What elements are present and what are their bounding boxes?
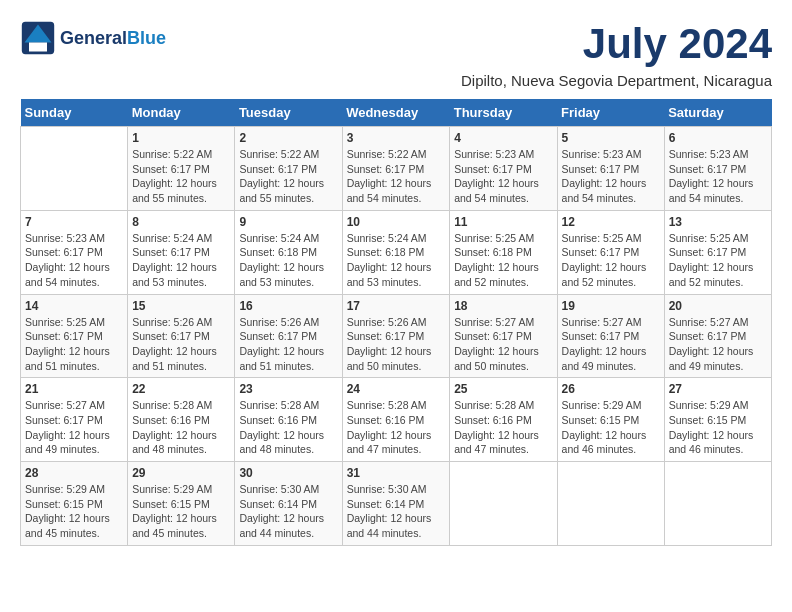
calendar-cell: 14Sunrise: 5:25 AM Sunset: 6:17 PM Dayli…	[21, 294, 128, 378]
calendar-cell: 4Sunrise: 5:23 AM Sunset: 6:17 PM Daylig…	[450, 127, 557, 211]
day-info: Sunrise: 5:23 AM Sunset: 6:17 PM Dayligh…	[562, 147, 660, 206]
day-number: 26	[562, 382, 660, 396]
header-day-friday: Friday	[557, 99, 664, 127]
calendar-cell: 22Sunrise: 5:28 AM Sunset: 6:16 PM Dayli…	[128, 378, 235, 462]
day-info: Sunrise: 5:24 AM Sunset: 6:18 PM Dayligh…	[347, 231, 446, 290]
day-number: 31	[347, 466, 446, 480]
calendar-week-row: 21Sunrise: 5:27 AM Sunset: 6:17 PM Dayli…	[21, 378, 772, 462]
day-number: 15	[132, 299, 230, 313]
calendar-cell: 18Sunrise: 5:27 AM Sunset: 6:17 PM Dayli…	[450, 294, 557, 378]
day-info: Sunrise: 5:22 AM Sunset: 6:17 PM Dayligh…	[347, 147, 446, 206]
header-day-monday: Monday	[128, 99, 235, 127]
calendar-cell: 25Sunrise: 5:28 AM Sunset: 6:16 PM Dayli…	[450, 378, 557, 462]
svg-rect-2	[29, 43, 47, 52]
calendar-cell: 6Sunrise: 5:23 AM Sunset: 6:17 PM Daylig…	[664, 127, 771, 211]
day-info: Sunrise: 5:25 AM Sunset: 6:17 PM Dayligh…	[669, 231, 767, 290]
calendar-cell: 9Sunrise: 5:24 AM Sunset: 6:18 PM Daylig…	[235, 210, 342, 294]
day-info: Sunrise: 5:26 AM Sunset: 6:17 PM Dayligh…	[239, 315, 337, 374]
day-number: 28	[25, 466, 123, 480]
day-info: Sunrise: 5:26 AM Sunset: 6:17 PM Dayligh…	[347, 315, 446, 374]
calendar-body: 1Sunrise: 5:22 AM Sunset: 6:17 PM Daylig…	[21, 127, 772, 546]
header-day-tuesday: Tuesday	[235, 99, 342, 127]
day-number: 6	[669, 131, 767, 145]
header-day-wednesday: Wednesday	[342, 99, 450, 127]
calendar-cell: 3Sunrise: 5:22 AM Sunset: 6:17 PM Daylig…	[342, 127, 450, 211]
calendar-cell	[450, 462, 557, 546]
day-number: 22	[132, 382, 230, 396]
day-info: Sunrise: 5:25 AM Sunset: 6:18 PM Dayligh…	[454, 231, 552, 290]
day-number: 20	[669, 299, 767, 313]
logo-icon	[20, 20, 56, 56]
calendar-cell: 2Sunrise: 5:22 AM Sunset: 6:17 PM Daylig…	[235, 127, 342, 211]
calendar-cell: 1Sunrise: 5:22 AM Sunset: 6:17 PM Daylig…	[128, 127, 235, 211]
header-day-thursday: Thursday	[450, 99, 557, 127]
day-info: Sunrise: 5:27 AM Sunset: 6:17 PM Dayligh…	[454, 315, 552, 374]
calendar-week-row: 14Sunrise: 5:25 AM Sunset: 6:17 PM Dayli…	[21, 294, 772, 378]
day-number: 1	[132, 131, 230, 145]
logo: GeneralBlue	[20, 20, 166, 56]
page-header: GeneralBlue July 2024	[20, 20, 772, 68]
day-number: 25	[454, 382, 552, 396]
calendar-cell: 15Sunrise: 5:26 AM Sunset: 6:17 PM Dayli…	[128, 294, 235, 378]
logo-general: General	[60, 28, 127, 48]
day-number: 18	[454, 299, 552, 313]
calendar-cell: 21Sunrise: 5:27 AM Sunset: 6:17 PM Dayli…	[21, 378, 128, 462]
day-number: 8	[132, 215, 230, 229]
calendar-cell: 31Sunrise: 5:30 AM Sunset: 6:14 PM Dayli…	[342, 462, 450, 546]
day-info: Sunrise: 5:23 AM Sunset: 6:17 PM Dayligh…	[25, 231, 123, 290]
day-number: 9	[239, 215, 337, 229]
calendar-cell: 17Sunrise: 5:26 AM Sunset: 6:17 PM Dayli…	[342, 294, 450, 378]
calendar-table: SundayMondayTuesdayWednesdayThursdayFrid…	[20, 99, 772, 546]
header-day-saturday: Saturday	[664, 99, 771, 127]
header-day-sunday: Sunday	[21, 99, 128, 127]
day-number: 4	[454, 131, 552, 145]
day-number: 21	[25, 382, 123, 396]
day-info: Sunrise: 5:28 AM Sunset: 6:16 PM Dayligh…	[347, 398, 446, 457]
location-title: Dipilto, Nueva Segovia Department, Nicar…	[20, 72, 772, 89]
calendar-cell: 29Sunrise: 5:29 AM Sunset: 6:15 PM Dayli…	[128, 462, 235, 546]
day-number: 30	[239, 466, 337, 480]
day-info: Sunrise: 5:27 AM Sunset: 6:17 PM Dayligh…	[25, 398, 123, 457]
day-info: Sunrise: 5:29 AM Sunset: 6:15 PM Dayligh…	[132, 482, 230, 541]
day-info: Sunrise: 5:29 AM Sunset: 6:15 PM Dayligh…	[25, 482, 123, 541]
calendar-header-row: SundayMondayTuesdayWednesdayThursdayFrid…	[21, 99, 772, 127]
calendar-cell: 27Sunrise: 5:29 AM Sunset: 6:15 PM Dayli…	[664, 378, 771, 462]
day-number: 11	[454, 215, 552, 229]
day-number: 7	[25, 215, 123, 229]
day-info: Sunrise: 5:25 AM Sunset: 6:17 PM Dayligh…	[562, 231, 660, 290]
calendar-cell	[21, 127, 128, 211]
day-info: Sunrise: 5:22 AM Sunset: 6:17 PM Dayligh…	[239, 147, 337, 206]
day-info: Sunrise: 5:23 AM Sunset: 6:17 PM Dayligh…	[669, 147, 767, 206]
day-info: Sunrise: 5:28 AM Sunset: 6:16 PM Dayligh…	[454, 398, 552, 457]
day-info: Sunrise: 5:25 AM Sunset: 6:17 PM Dayligh…	[25, 315, 123, 374]
calendar-cell: 11Sunrise: 5:25 AM Sunset: 6:18 PM Dayli…	[450, 210, 557, 294]
calendar-week-row: 1Sunrise: 5:22 AM Sunset: 6:17 PM Daylig…	[21, 127, 772, 211]
calendar-cell: 23Sunrise: 5:28 AM Sunset: 6:16 PM Dayli…	[235, 378, 342, 462]
logo-blue: Blue	[127, 28, 166, 48]
day-number: 29	[132, 466, 230, 480]
day-number: 10	[347, 215, 446, 229]
day-number: 19	[562, 299, 660, 313]
day-number: 16	[239, 299, 337, 313]
day-info: Sunrise: 5:29 AM Sunset: 6:15 PM Dayligh…	[669, 398, 767, 457]
day-number: 27	[669, 382, 767, 396]
day-info: Sunrise: 5:24 AM Sunset: 6:17 PM Dayligh…	[132, 231, 230, 290]
day-info: Sunrise: 5:29 AM Sunset: 6:15 PM Dayligh…	[562, 398, 660, 457]
calendar-cell: 28Sunrise: 5:29 AM Sunset: 6:15 PM Dayli…	[21, 462, 128, 546]
day-info: Sunrise: 5:27 AM Sunset: 6:17 PM Dayligh…	[562, 315, 660, 374]
calendar-week-row: 7Sunrise: 5:23 AM Sunset: 6:17 PM Daylig…	[21, 210, 772, 294]
calendar-week-row: 28Sunrise: 5:29 AM Sunset: 6:15 PM Dayli…	[21, 462, 772, 546]
calendar-cell: 7Sunrise: 5:23 AM Sunset: 6:17 PM Daylig…	[21, 210, 128, 294]
day-info: Sunrise: 5:28 AM Sunset: 6:16 PM Dayligh…	[132, 398, 230, 457]
day-info: Sunrise: 5:22 AM Sunset: 6:17 PM Dayligh…	[132, 147, 230, 206]
calendar-cell: 30Sunrise: 5:30 AM Sunset: 6:14 PM Dayli…	[235, 462, 342, 546]
calendar-cell: 20Sunrise: 5:27 AM Sunset: 6:17 PM Dayli…	[664, 294, 771, 378]
calendar-cell: 13Sunrise: 5:25 AM Sunset: 6:17 PM Dayli…	[664, 210, 771, 294]
calendar-cell: 24Sunrise: 5:28 AM Sunset: 6:16 PM Dayli…	[342, 378, 450, 462]
day-info: Sunrise: 5:30 AM Sunset: 6:14 PM Dayligh…	[347, 482, 446, 541]
day-number: 23	[239, 382, 337, 396]
month-title: July 2024	[583, 20, 772, 68]
day-number: 14	[25, 299, 123, 313]
day-info: Sunrise: 5:27 AM Sunset: 6:17 PM Dayligh…	[669, 315, 767, 374]
day-number: 24	[347, 382, 446, 396]
